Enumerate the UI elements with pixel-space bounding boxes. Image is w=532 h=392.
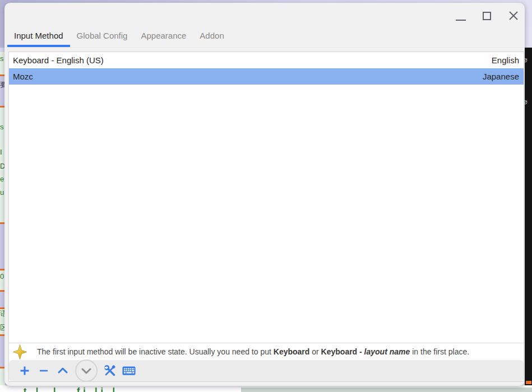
tab-bar: Input MethodGlobal ConfigAppearanceAddon bbox=[4, 27, 525, 48]
hint-segment: Keyboard - bbox=[321, 347, 364, 356]
background-orange-mark bbox=[526, 381, 531, 384]
tools-icon bbox=[104, 365, 116, 377]
window-controls bbox=[456, 3, 519, 29]
add-button[interactable] bbox=[18, 364, 31, 377]
minus-icon bbox=[39, 366, 49, 376]
move-up-button[interactable] bbox=[56, 364, 70, 377]
move-down-button[interactable] bbox=[75, 360, 98, 382]
keyboard-layout-button[interactable] bbox=[122, 364, 136, 377]
maximize-button[interactable] bbox=[483, 12, 491, 20]
background-glyph: I bbox=[0, 148, 2, 156]
hint-segment: layout name bbox=[364, 347, 410, 356]
input-method-row[interactable]: MozcJapanese bbox=[9, 68, 524, 85]
input-method-language: Japanese bbox=[483, 72, 519, 81]
background-glyph: u bbox=[0, 189, 4, 196]
close-button[interactable] bbox=[508, 10, 519, 21]
chevron-down-icon bbox=[80, 365, 92, 377]
keyboard-icon bbox=[122, 365, 136, 376]
plus-icon bbox=[19, 365, 30, 376]
hint-text: The first input method will be inactive … bbox=[37, 347, 469, 356]
hint-segment: or bbox=[309, 347, 321, 356]
screen: s要sIDeu0语区 ∅∅ t l l fi li l I bbox=[0, 0, 532, 392]
tab-appearance[interactable]: Appearance bbox=[134, 27, 193, 47]
remove-button[interactable] bbox=[37, 364, 50, 377]
background-glyph: ∅ bbox=[525, 98, 528, 106]
background-bottom-sliver: t l l fi li l bbox=[0, 385, 532, 392]
content-panel: Keyboard - English (US)EnglishMozcJapane… bbox=[8, 52, 524, 382]
tab-global-config[interactable]: Global Config bbox=[70, 27, 135, 47]
minimize-icon bbox=[456, 20, 466, 21]
hint-row: The first input method will be inactive … bbox=[9, 343, 524, 360]
titlebar bbox=[4, 3, 525, 27]
chevron-up-icon bbox=[57, 365, 69, 377]
background-gray-bar bbox=[241, 388, 532, 392]
fcitx-config-window: Input MethodGlobal ConfigAppearanceAddon… bbox=[4, 3, 525, 386]
background-terminal-sliver: ∅∅ bbox=[525, 48, 532, 386]
background-glyph: s bbox=[0, 55, 4, 62]
input-method-list: Keyboard - English (US)EnglishMozcJapane… bbox=[9, 52, 524, 343]
toolbar bbox=[9, 360, 524, 381]
hint-segment: Keyboard bbox=[274, 347, 310, 356]
input-method-name: Mozc bbox=[13, 72, 483, 81]
background-clipped-text: t l l fi li l bbox=[24, 386, 118, 392]
background-glyph: e bbox=[0, 175, 4, 183]
hint-segment: The first input method will be inactive … bbox=[37, 347, 274, 356]
input-method-language: English bbox=[492, 55, 519, 65]
minimize-button[interactable] bbox=[456, 11, 466, 21]
input-method-row[interactable]: Keyboard - English (US)English bbox=[9, 52, 524, 68]
close-icon bbox=[508, 10, 519, 21]
maximize-icon bbox=[483, 12, 491, 20]
tab-addon[interactable]: Addon bbox=[193, 27, 230, 47]
background-glyph: ∅ bbox=[525, 56, 528, 64]
input-method-name: Keyboard - English (US) bbox=[13, 55, 492, 65]
background-glyph: 0 bbox=[0, 273, 4, 280]
background-glyph: s bbox=[0, 123, 4, 130]
sparkle-star-icon bbox=[13, 344, 27, 360]
tab-input-method[interactable]: Input Method bbox=[7, 27, 70, 47]
configure-button[interactable] bbox=[103, 364, 117, 377]
hint-segment: in the first place. bbox=[410, 347, 469, 356]
